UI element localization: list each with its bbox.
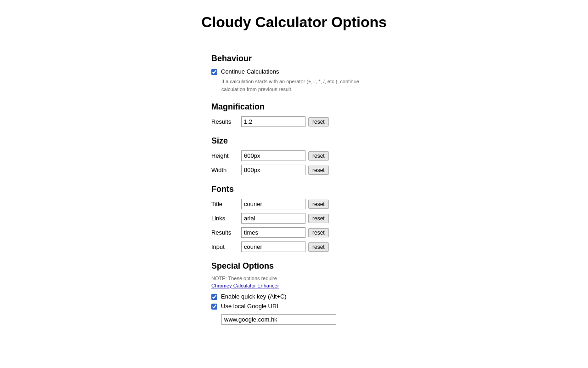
fonts-input-input[interactable] <box>241 242 305 252</box>
size-height-row: Height reset <box>211 150 377 161</box>
magnification-section: Magnification Results reset <box>211 102 377 127</box>
size-height-input[interactable] <box>241 150 305 161</box>
fonts-input-reset-button[interactable]: reset <box>308 242 329 252</box>
fonts-section-title: Fonts <box>211 184 377 194</box>
continue-calc-checkbox[interactable] <box>211 69 217 75</box>
page-title: Cloudy Calculator Options <box>0 0 588 40</box>
fonts-links-label: Links <box>211 215 241 222</box>
fonts-input-row: Input reset <box>211 242 377 252</box>
magnification-results-label: Results <box>211 118 241 125</box>
fonts-title-reset-button[interactable]: reset <box>308 200 329 209</box>
google-url-input[interactable] <box>221 314 336 325</box>
fonts-title-label: Title <box>211 201 241 207</box>
fonts-results-label: Results <box>211 229 241 236</box>
size-width-row: Width reset <box>211 165 377 175</box>
fonts-title-input[interactable] <box>241 199 305 209</box>
fonts-section: Fonts Title reset Links reset Results re… <box>211 184 377 252</box>
special-options-section: Special Options NOTE: These options requ… <box>211 261 377 325</box>
size-section: Size Height reset Width reset <box>211 136 377 175</box>
size-height-reset-button[interactable]: reset <box>308 151 329 161</box>
size-width-reset-button[interactable]: reset <box>308 166 329 175</box>
continue-calc-label: Continue Calculations <box>221 68 279 75</box>
fonts-results-row: Results reset <box>211 227 377 238</box>
fonts-input-label: Input <box>211 243 241 250</box>
size-width-label: Width <box>211 167 241 173</box>
magnification-results-input[interactable] <box>241 116 305 127</box>
continue-calc-hint: If a calculation starts with an operator… <box>221 78 377 93</box>
size-section-title: Size <box>211 136 377 146</box>
size-width-input[interactable] <box>241 165 305 175</box>
options-content: Behaviour Continue Calculations If a cal… <box>202 40 386 329</box>
fonts-title-row: Title reset <box>211 199 377 209</box>
behaviour-section-title: Behaviour <box>211 54 377 63</box>
magnification-section-title: Magnification <box>211 102 377 112</box>
behaviour-section: Behaviour Continue Calculations If a cal… <box>211 54 377 93</box>
size-height-label: Height <box>211 152 241 159</box>
special-options-note: NOTE: These options require <box>211 276 377 281</box>
local-google-row: Use local Google URL <box>211 303 377 310</box>
fonts-links-reset-button[interactable]: reset <box>308 214 329 223</box>
special-options-section-title: Special Options <box>211 261 377 271</box>
local-google-label: Use local Google URL <box>221 303 280 310</box>
magnification-results-row: Results reset <box>211 116 377 127</box>
fonts-results-input[interactable] <box>241 227 305 238</box>
quick-key-label: Enable quick key (Alt+C) <box>221 293 287 300</box>
magnification-results-reset-button[interactable]: reset <box>308 117 329 126</box>
chromey-enhancer-link[interactable]: Chromey Calculator Enhancer <box>211 283 377 288</box>
local-google-checkbox[interactable] <box>211 304 217 310</box>
fonts-results-reset-button[interactable]: reset <box>308 228 329 237</box>
quick-key-row: Enable quick key (Alt+C) <box>211 293 377 300</box>
fonts-links-input[interactable] <box>241 213 305 224</box>
fonts-links-row: Links reset <box>211 213 377 224</box>
quick-key-checkbox[interactable] <box>211 294 217 300</box>
continue-calc-row: Continue Calculations <box>211 68 377 75</box>
